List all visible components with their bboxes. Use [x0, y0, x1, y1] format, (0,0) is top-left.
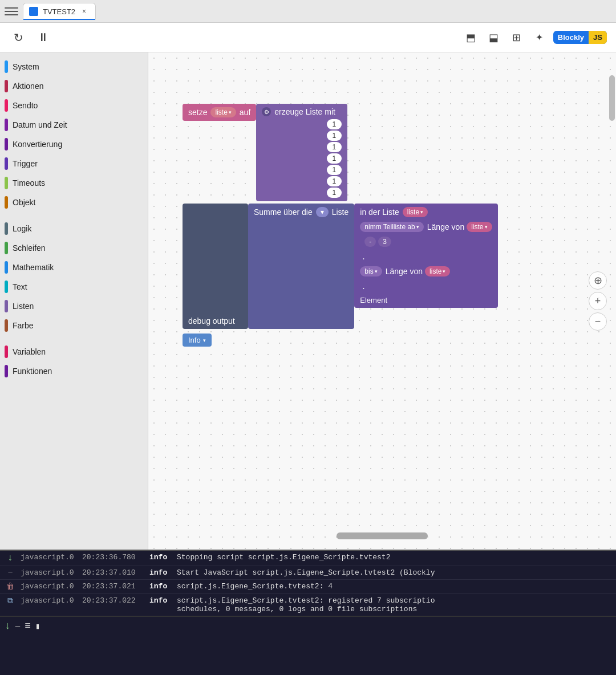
num-4[interactable]: 1	[327, 153, 342, 164]
liste5-pill[interactable]: liste ▾	[425, 266, 450, 276]
minus-pill[interactable]: -	[364, 237, 376, 247]
import-button[interactable]: ⬓	[485, 29, 503, 47]
element-label: Element	[360, 296, 492, 304]
zoom-reset-button[interactable]: ⊕	[589, 271, 607, 290]
sidebar-label-text: Text	[13, 282, 27, 291]
menu-icon[interactable]	[5, 5, 18, 18]
toolbar: ↻ ⏸ ⬒ ⬓ ⊞ ✦ Blockly JS	[0, 23, 616, 52]
log-row-1: ↓ javascript.0 20:23:36.780 info Stoppin…	[0, 551, 616, 566]
zoom-in-button[interactable]: +	[589, 292, 607, 310]
sidebar-item-sendto[interactable]: Sendto	[0, 96, 148, 115]
log-icon-trash[interactable]: 🗑	[5, 582, 16, 591]
debug-block[interactable]: debug output	[183, 204, 248, 329]
log-action-dash[interactable]: —	[15, 621, 20, 631]
num-1[interactable]: 1	[327, 119, 342, 129]
sidebar-group-gap-1	[0, 212, 148, 219]
liste4-label: liste	[471, 223, 483, 231]
liste-pill[interactable]: liste ▾	[210, 107, 236, 117]
num-5[interactable]: 1	[327, 165, 342, 175]
liste5-label: liste	[429, 267, 441, 275]
num-3[interactable]: 1	[327, 142, 342, 152]
log-time-1: 20:23:36.780	[82, 553, 145, 562]
num3-pill[interactable]: 3	[378, 237, 391, 247]
erzeuge-block[interactable]: ⚙ erzeuge Liste mit 1 1 1 1 1 1 1	[256, 104, 347, 201]
sidebar-item-variablen[interactable]: Variablen	[0, 342, 148, 361]
sidebar-item-konvertierung[interactable]: Konvertierung	[0, 135, 148, 154]
sidebar-color-konvertierung	[5, 138, 8, 151]
trash-icon: 🗑	[6, 582, 14, 591]
pause-button[interactable]: ⏸	[34, 29, 52, 47]
log-source-1: javascript.0	[21, 553, 78, 562]
erzeuge-header: ⚙ erzeuge Liste mit	[262, 107, 342, 116]
tab-close-button[interactable]: ×	[82, 7, 86, 15]
summe-type-pill[interactable]: ▾	[316, 207, 329, 217]
tab-tvtest2[interactable]: TVTEST2 ×	[23, 3, 96, 19]
liste3-pill[interactable]: liste ▾	[403, 207, 428, 217]
js-label: JS	[589, 31, 607, 44]
grid-button[interactable]: ⊞	[508, 29, 526, 47]
setze-block[interactable]: setze liste ▾ auf	[183, 104, 256, 121]
nimm-pill[interactable]: nimm Teilliste ab ▾	[360, 222, 423, 232]
vertical-scrollbar[interactable]	[608, 52, 616, 550]
sidebar: System Aktionen Sendto Datum und Zeit Ko…	[0, 52, 148, 550]
dot2: .	[360, 281, 492, 291]
summe-type-label: ▾	[321, 208, 324, 216]
sparkle-button[interactable]: ✦	[530, 29, 549, 47]
liste-pill-chevron: ▾	[229, 109, 232, 115]
export-button[interactable]: ⬒	[462, 29, 480, 47]
inder-header: in der Liste liste ▾	[360, 207, 492, 217]
sidebar-color-aktionen	[5, 80, 8, 92]
sidebar-item-datum[interactable]: Datum und Zeit	[0, 115, 148, 135]
log-time-3: 20:23:37.021	[82, 582, 145, 591]
log-input-area[interactable]: ▮	[35, 621, 40, 631]
log-row-3: 🗑 javascript.0 20:23:37.021 info script.…	[0, 580, 616, 594]
log-source-3: javascript.0	[21, 582, 78, 591]
sidebar-group-gap-2	[0, 335, 148, 342]
zoom-controls: ⊕ + −	[589, 271, 607, 331]
summe-block[interactable]: Summe über die ▾ Liste	[248, 204, 354, 329]
debug-label: debug output	[188, 316, 242, 326]
num-2[interactable]: 1	[327, 131, 342, 141]
sidebar-item-listen[interactable]: Listen	[0, 296, 148, 316]
reload-button[interactable]: ↻	[9, 29, 27, 47]
copy-icon: ⧉	[7, 596, 13, 605]
toolbar-right: ⬒ ⬓ ⊞ ✦ Blockly JS	[462, 29, 607, 47]
blockly-workspace[interactable]: setze liste ▾ auf ⚙ erzeuge Liste mit	[148, 52, 616, 550]
bis-pill[interactable]: bis ▾	[360, 266, 382, 276]
horizontal-scrollbar[interactable]	[337, 532, 428, 539]
liste4-pill[interactable]: liste ▾	[467, 222, 492, 232]
sidebar-color-mathematik	[5, 261, 8, 274]
log-icon-dash-1[interactable]: —	[5, 568, 16, 576]
sidebar-item-timeouts[interactable]: Timeouts	[0, 173, 148, 193]
liste4-chevron: ▾	[485, 224, 488, 230]
log-action-down[interactable]: ↓	[5, 620, 11, 632]
sidebar-item-mathematik[interactable]: Mathematik	[0, 258, 148, 277]
blockly-js-toggle[interactable]: Blockly JS	[553, 31, 607, 44]
sidebar-item-system[interactable]: System	[0, 57, 148, 76]
num-6[interactable]: 1	[327, 176, 342, 186]
num-7[interactable]: 1	[327, 188, 342, 198]
inder-block[interactable]: in der Liste liste ▾ nimm Teilliste ab ▾	[354, 204, 497, 308]
sidebar-item-schleifen[interactable]: Schleifen	[0, 238, 148, 258]
sidebar-label-farbe: Farbe	[13, 321, 34, 330]
log-action-list[interactable]: ≡	[25, 620, 31, 632]
sidebar-label-variablen: Variablen	[13, 347, 46, 356]
sidebar-item-farbe[interactable]: Farbe	[0, 316, 148, 335]
grid-icon: ⊞	[512, 31, 521, 44]
zoom-out-button[interactable]: −	[589, 312, 607, 331]
sidebar-item-trigger[interactable]: Trigger	[0, 154, 148, 173]
sidebar-color-listen	[5, 300, 8, 312]
sidebar-item-aktionen[interactable]: Aktionen	[0, 76, 148, 96]
nimm-label: nimm Teilliste ab	[364, 223, 415, 231]
info-block[interactable]: Info ▾	[183, 334, 212, 347]
log-icon-copy[interactable]: ⧉	[5, 596, 16, 605]
sidebar-item-objekt[interactable]: Objekt	[0, 193, 148, 212]
dash-icon-1: —	[8, 568, 12, 576]
sidebar-item-funktionen[interactable]: Funktionen	[0, 361, 148, 381]
log-icon-down[interactable]: ↓	[5, 553, 16, 563]
bis-label: bis	[364, 267, 373, 275]
laenge-label: Länge von	[427, 222, 464, 231]
sidebar-item-text[interactable]: Text	[0, 277, 148, 296]
sidebar-item-logik[interactable]: Logik	[0, 219, 148, 238]
liste3-chevron: ▾	[420, 209, 423, 215]
